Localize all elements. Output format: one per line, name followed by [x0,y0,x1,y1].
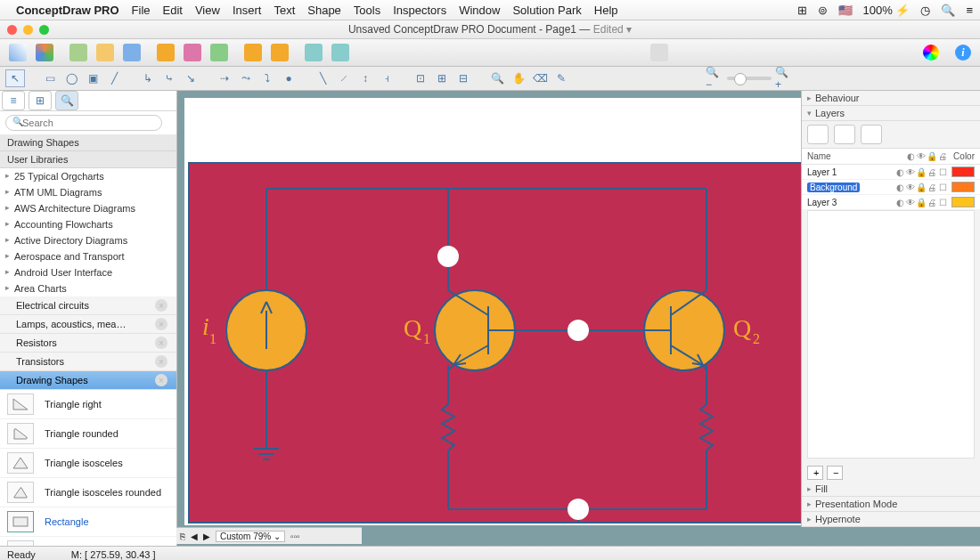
canvas-area[interactable]: i 1 Q 1 Q 2 ▸Behaviour ▾Layers Name ◐👁🔒🖨 [177,91,980,546]
org-icon[interactable] [69,44,87,61]
library-category[interactable]: AWS Architecture Diagrams [0,200,176,216]
library-view-toggle[interactable]: ≡ [2,91,25,110]
scroll-lock-icon[interactable]: ⎘ [180,532,185,541]
close-library-icon[interactable]: × [155,374,167,386]
connector-tool[interactable]: ⇢ [216,70,233,86]
next-page-button[interactable]: ▶ [203,532,210,541]
category-header[interactable]: Drawing Shapes [0,134,176,151]
layer-color-swatch[interactable] [951,182,975,192]
menu-window[interactable]: Window [459,4,500,17]
menu-edit[interactable]: Edit [163,4,183,17]
page-thumb[interactable]: ▫▫▫ [290,532,300,541]
tool-icon[interactable] [271,44,289,61]
open-library[interactable]: Resistors× [0,334,176,353]
library-category[interactable]: Area Charts [0,280,176,296]
group-tool[interactable]: ⊡ [412,70,429,86]
open-library[interactable]: Electrical circuits× [0,296,176,315]
zoom-out-button[interactable]: 🔍− [706,70,723,86]
textbox-tool[interactable]: ▣ [84,70,102,86]
section-behaviour[interactable]: ▸Behaviour [802,91,980,106]
layer-color-swatch[interactable] [951,197,975,207]
prev-page-button[interactable]: ◀ [191,532,198,541]
zoom-in-button[interactable]: 🔍+ [775,70,793,86]
dimension-tool[interactable]: ↕ [356,70,374,86]
shape-item[interactable]: Triangle isosceles rounded [0,478,176,507]
menu-insert[interactable]: Insert [233,4,262,17]
flow-icon[interactable] [96,44,114,61]
eyedropper-tool[interactable]: ✎ [552,70,570,86]
ellipse-tool[interactable]: ◯ [62,70,80,86]
menu-file[interactable]: File [132,4,151,17]
layer-tab[interactable] [807,125,829,144]
battery-status[interactable]: 100% ⚡ [863,4,911,17]
library-search-toggle[interactable]: 🔍 [55,91,78,110]
tool-icon[interactable] [157,44,175,61]
rect-tool[interactable]: ▭ [41,70,59,86]
menu-shape[interactable]: Shape [307,4,341,17]
library-category[interactable]: Active Directory Diagrams [0,232,176,248]
shape-item[interactable]: Triangle right [0,390,176,419]
menu-help[interactable]: Help [594,4,618,17]
layer-color-swatch[interactable] [951,166,975,177]
open-library-selected[interactable]: Drawing Shapes× [0,371,176,390]
section-presentation[interactable]: ▸Presentation Mode [802,497,980,512]
eraser-tool[interactable]: ⌫ [531,70,549,86]
menu-inspectors[interactable]: Inspectors [393,4,446,17]
close-library-icon[interactable]: × [155,337,167,349]
tool-icon[interactable] [9,44,27,61]
align-tool[interactable]: ⊞ [433,70,451,86]
zoom-slider[interactable] [727,77,772,80]
color-wheel-icon[interactable] [923,45,939,61]
layer-row-selected[interactable]: Background ◐👁🔒🖨☐ [802,180,980,195]
shape-item-selected[interactable]: Rectangle [0,507,176,537]
tool-icon[interactable] [244,44,262,61]
layer-row[interactable]: Layer 3 ◐👁🔒🖨☐ [802,195,980,210]
line-tool[interactable]: ╱ [105,70,123,86]
open-library[interactable]: Transistors× [0,353,176,371]
clock-icon[interactable]: ◷ [920,4,930,17]
menu-tools[interactable]: Tools [354,4,380,17]
hand-tool[interactable]: ✋ [510,70,527,86]
category-header[interactable]: User Libraries [0,151,176,168]
tool-icon[interactable] [210,44,228,61]
layer-row[interactable]: Layer 1 ◐👁🔒🖨☐ [802,165,980,180]
chart-icon[interactable] [123,44,141,61]
layer-tab[interactable] [834,125,855,144]
connector-tool[interactable]: ⤵ [258,70,276,86]
section-hypernote[interactable]: ▸Hypernote [802,512,980,527]
section-layers[interactable]: ▾Layers [802,106,980,121]
close-library-icon[interactable]: × [155,318,167,330]
minimize-window-button[interactable] [23,25,33,35]
zoom-tool[interactable]: 🔍 [488,70,506,86]
palette-icon[interactable] [36,44,53,61]
zoom-window-button[interactable] [39,25,49,35]
distribute-tool[interactable]: ⊟ [454,70,472,86]
add-layer-button[interactable]: + [807,466,823,480]
document-title[interactable]: Unsaved ConceptDraw PRO Document - Page1… [348,23,632,36]
info-icon[interactable]: i [955,45,971,61]
library-category[interactable]: Android User Interface [0,264,176,280]
connector-tool[interactable]: ⤷ [160,70,178,86]
flag-icon[interactable]: 🇺🇸 [838,4,853,17]
remove-layer-button[interactable]: − [827,466,843,480]
zoom-select[interactable]: Custom 79% ⌄ [216,531,285,542]
tray-icon[interactable]: ⊞ [797,4,807,17]
close-window-button[interactable] [7,25,17,35]
spotlight-icon[interactable]: 🔍 [941,4,955,17]
close-library-icon[interactable]: × [155,299,167,312]
connector-tool[interactable]: ● [280,70,298,86]
shape-item[interactable]: Triangle isosceles [0,449,176,478]
menu-solution-park[interactable]: Solution Park [512,4,581,17]
menu-view[interactable]: View [195,4,220,17]
shape-item[interactable]: Rectangle rounded [0,537,176,546]
spacing-tool[interactable]: ⫞ [378,70,396,86]
close-library-icon[interactable]: × [155,355,167,368]
pointer-tool[interactable]: ↖ [5,69,25,87]
library-category[interactable]: 25 Typical Orgcharts [0,168,176,184]
tool-icon[interactable] [650,44,668,61]
connector-tool[interactable]: ↘ [182,70,200,86]
line-style-tool[interactable]: ╲ [314,70,331,86]
menu-extra-icon[interactable]: ≡ [966,4,973,17]
wifi-icon[interactable]: ⊚ [818,4,828,17]
tool-icon[interactable] [305,44,323,61]
